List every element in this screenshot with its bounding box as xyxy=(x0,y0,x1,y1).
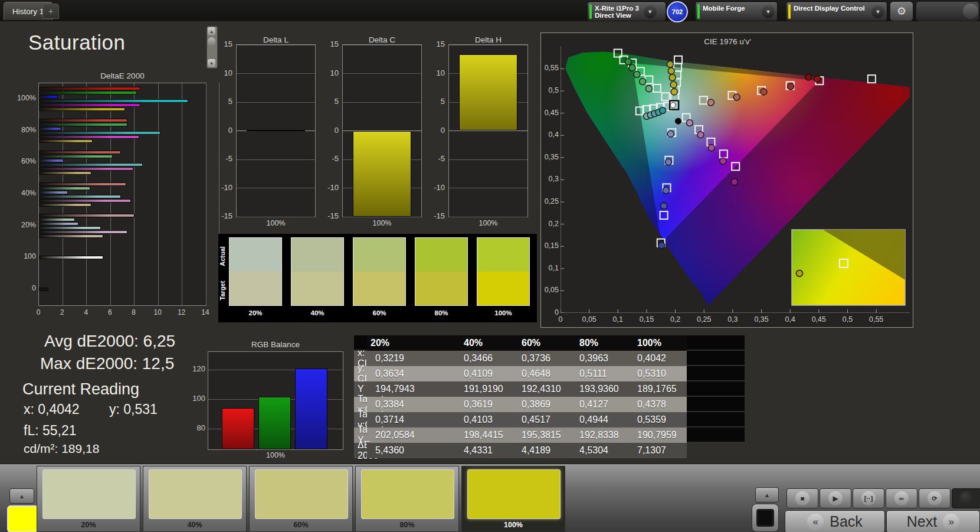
table-header-cell: 80% xyxy=(571,335,629,351)
delta-gridline xyxy=(237,102,315,103)
deltae-x-tick-label: 14 xyxy=(199,308,211,316)
chevron-down-icon[interactable]: ▼ xyxy=(762,5,775,18)
cie-measurement-dot xyxy=(814,76,820,82)
next-button[interactable]: Next » xyxy=(886,510,980,532)
patch-button-100%[interactable]: 100% xyxy=(461,466,565,532)
table-row-handle[interactable] xyxy=(687,381,745,397)
deltae-bar xyxy=(39,119,127,122)
delta-y-tick-label: 0 xyxy=(212,126,232,135)
settings-button[interactable]: ⚙ xyxy=(890,1,913,21)
patch-button-20%[interactable]: 20% xyxy=(37,466,140,532)
table-value-cell: 0,3869 xyxy=(513,397,571,412)
loop-button[interactable]: ⟳ xyxy=(919,488,950,508)
continuous-button[interactable]: ∞ xyxy=(886,488,917,508)
table-value-cell: 4,4331 xyxy=(455,443,513,458)
page-title: Saturation xyxy=(28,31,126,54)
saturation-swatch xyxy=(291,237,344,306)
deltae-category-label: 20% xyxy=(8,221,36,229)
table-row-handle[interactable] xyxy=(687,351,745,366)
cie-measurement-dot xyxy=(663,187,670,194)
cie-y-tick-label: 0,5 xyxy=(540,86,559,94)
add-tab-button[interactable]: + xyxy=(42,4,59,19)
cie-measurement-dot xyxy=(668,68,674,74)
table-row-handle[interactable] xyxy=(687,427,745,443)
cie-measurement-dot xyxy=(660,107,666,114)
cie-measurement-dot xyxy=(670,81,677,88)
cie-measurement-dot xyxy=(805,74,812,80)
table-row-handle[interactable] xyxy=(687,397,745,412)
delta-gridline xyxy=(237,188,315,188)
swatch-percent-label: 20% xyxy=(229,309,282,316)
deltae-x-tick-label: 12 xyxy=(176,308,188,316)
actual-color xyxy=(477,238,529,272)
cie-measurement-dot xyxy=(788,83,794,90)
scroll-down-icon[interactable]: ▼ xyxy=(208,59,215,67)
patch-button-40%[interactable]: 40% xyxy=(143,466,247,532)
deltae-category-label: 40% xyxy=(8,189,36,197)
deltae-bar xyxy=(39,195,121,198)
chevron-down-icon[interactable]: ▼ xyxy=(871,5,884,18)
workflow-button[interactable] xyxy=(916,1,979,21)
delta-y-tick-label: 15 xyxy=(319,40,339,48)
cie-measurement-dot xyxy=(667,61,673,67)
cie-y-tick-label: 0,1 xyxy=(540,264,559,272)
patch-color xyxy=(361,469,454,519)
chevron-down-icon[interactable]: ▼ xyxy=(644,5,657,18)
play-button[interactable]: ▶ xyxy=(820,488,851,508)
delta-y-tick-label: -10 xyxy=(425,183,445,192)
back-circle-icon xyxy=(963,4,978,19)
back-button[interactable]: « Back xyxy=(785,510,885,532)
delta-l-title: Delta L xyxy=(236,35,316,44)
pattern-up-button[interactable]: ▲ xyxy=(9,488,34,504)
delta-y-tick-label: 0 xyxy=(425,126,445,135)
delta-gridline xyxy=(449,159,527,160)
stop-icon: ■ xyxy=(795,491,809,505)
cie-measurement-dot xyxy=(625,58,631,65)
delta-y-tick-label: -10 xyxy=(319,183,339,192)
cie-chart-title: CIE 1976 u'v' xyxy=(541,37,914,46)
delta-gridline xyxy=(343,45,421,45)
record-icon xyxy=(959,491,974,505)
cie-x-tick-label: 0,25 xyxy=(694,315,713,324)
cie-x-tick-label: 0,2 xyxy=(666,315,685,324)
single-measure-button[interactable]: [··] xyxy=(853,488,884,508)
cie-y-zero-label: 0 xyxy=(540,308,559,316)
delta-y-tick-label: 10 xyxy=(212,68,232,77)
pattern-window-button[interactable] xyxy=(752,504,779,532)
meter-count-badge: 702 xyxy=(667,1,688,22)
deltae-category-label: 80% xyxy=(8,126,36,134)
delta-h-title: Delta H xyxy=(448,35,528,44)
swatch-percent-label: 100% xyxy=(477,309,530,316)
source-status-bar xyxy=(697,4,700,19)
record-button[interactable] xyxy=(952,488,980,508)
display-control-dropdown[interactable]: Direct Display Control ▼ xyxy=(786,2,887,21)
cie-white-point-dot xyxy=(670,103,676,108)
table-row-handle[interactable] xyxy=(687,412,745,427)
rgb-bar xyxy=(222,408,254,449)
source-dropdown[interactable]: Mobile Forge ▼ xyxy=(695,2,778,21)
panel-up-button[interactable]: ▲ xyxy=(755,487,779,502)
frame-icon: [··] xyxy=(861,491,876,505)
table-row-handle[interactable] xyxy=(687,335,745,351)
delta-gridline xyxy=(449,217,527,217)
table-row-label: y: CIE31 xyxy=(354,366,367,381)
patch-label: 40% xyxy=(143,521,246,529)
cie-x-tick-label: 0,3 xyxy=(723,315,742,324)
patch-button-80%[interactable]: 80% xyxy=(355,466,459,532)
current-y-value: y: 0,531 xyxy=(109,402,158,417)
patch-button-60%[interactable]: 60% xyxy=(249,466,353,532)
cie-y-tick-label: 0,35 xyxy=(540,153,559,161)
table-value-cell: 192,8338 xyxy=(571,427,629,443)
stop-button[interactable]: ■ xyxy=(786,488,818,508)
table-value-cell: 198,4415 xyxy=(455,427,513,443)
cie-measurement-dot xyxy=(669,74,676,81)
max-de2000-value: Max dE2000: 12,5 xyxy=(40,354,174,373)
table-row-handle[interactable] xyxy=(687,366,745,381)
delta-y-tick-label: -15 xyxy=(212,211,232,220)
saturation-swatch xyxy=(477,237,530,306)
meter-dropdown[interactable]: X-Rite i1Pro 3 Direct View ▼ xyxy=(587,2,666,21)
deltae-category-label: 60% xyxy=(8,157,36,165)
cie-y-tick-label: 0,15 xyxy=(540,241,559,250)
scroll-up-icon[interactable]: ▲ xyxy=(208,27,215,35)
current-cdm2-value: cd/m²: 189,18 xyxy=(24,442,99,456)
